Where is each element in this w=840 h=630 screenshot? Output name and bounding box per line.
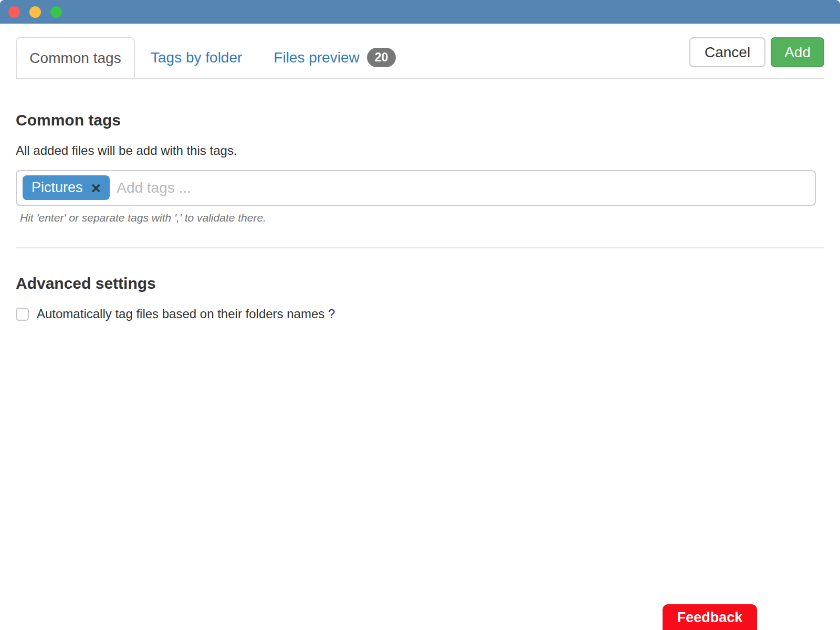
add-tags-input[interactable]	[117, 180, 809, 196]
advanced-settings-heading: Advanced settings	[16, 275, 824, 293]
tab-tags-by-folder[interactable]: Tags by folder	[135, 37, 258, 78]
header-actions: Cancel Add	[689, 37, 824, 67]
common-tags-heading: Common tags	[16, 111, 824, 130]
zoom-window-icon[interactable]	[50, 6, 62, 18]
tags-input-container[interactable]: Pictures ×	[16, 170, 816, 206]
feedback-button-label: Feedback	[677, 610, 743, 626]
tag-chip: Pictures ×	[23, 175, 110, 200]
tab-bar: Common tags Tags by folder Files preview…	[0, 24, 840, 79]
auto-tag-checkbox-row[interactable]: Automatically tag files based on their f…	[16, 307, 335, 321]
minimize-window-icon[interactable]	[29, 6, 41, 18]
cancel-button[interactable]: Cancel	[689, 37, 765, 67]
tab-tags-by-folder-label: Tags by folder	[151, 49, 242, 66]
tab-files-preview[interactable]: Files preview 20	[258, 37, 412, 78]
add-button[interactable]: Add	[771, 37, 824, 67]
auto-tag-checkbox[interactable]	[16, 308, 29, 321]
auto-tag-checkbox-label: Automatically tag files based on their f…	[37, 307, 335, 321]
tag-chip-label: Pictures	[32, 180, 83, 196]
close-window-icon[interactable]	[8, 6, 20, 18]
tags-helper-text: Hit 'enter' or separate tags with ',' to…	[20, 212, 824, 224]
remove-tag-icon[interactable]: ×	[91, 182, 101, 194]
feedback-button[interactable]: Feedback	[663, 604, 757, 630]
tab-common-tags[interactable]: Common tags	[16, 37, 135, 78]
section-divider	[16, 247, 824, 248]
common-tags-description: All added files will be add with this ta…	[16, 143, 824, 158]
tab-files-preview-label: Files preview	[274, 49, 359, 66]
window-titlebar	[0, 0, 840, 24]
main-content: Common tags All added files will be add …	[16, 111, 824, 321]
files-count-badge: 20	[367, 48, 396, 67]
tab-bar-divider	[16, 78, 824, 79]
tab-common-tags-label: Common tags	[29, 50, 121, 67]
